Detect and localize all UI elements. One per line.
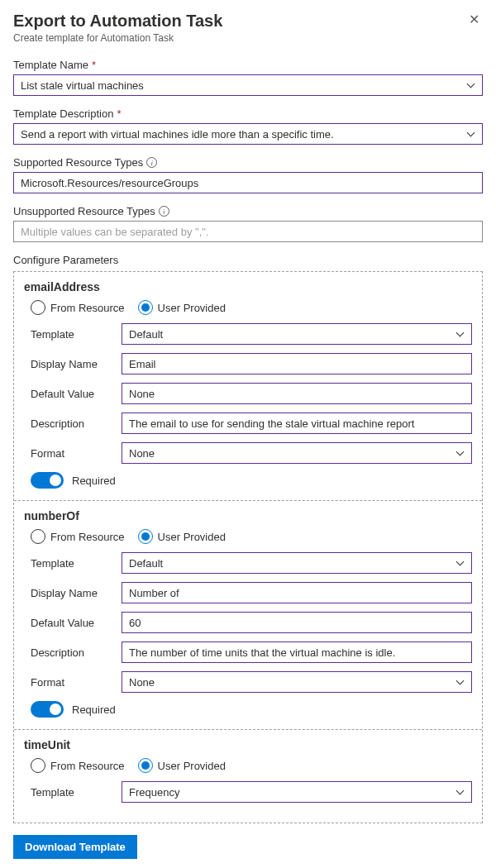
param-template-select[interactable]: Default <box>122 323 472 345</box>
user-provided-radio[interactable]: User Provided <box>138 758 226 773</box>
chevron-down-icon <box>467 81 475 89</box>
unsupported-types-label: Unsupported Resource Types i <box>13 205 483 217</box>
from-resource-radio[interactable]: From Resource <box>31 758 125 773</box>
template-description-label: Template Description* <box>13 107 483 120</box>
param-description-input[interactable]: The number of time units that the virtua… <box>122 641 472 663</box>
download-template-button[interactable]: Download Template <box>13 835 137 859</box>
param-template-select[interactable]: Default <box>122 552 472 574</box>
radio-icon <box>138 529 153 544</box>
param-name: numberOf <box>24 509 472 522</box>
info-icon[interactable]: i <box>159 206 169 217</box>
close-icon[interactable]: ✕ <box>465 12 483 28</box>
user-provided-radio[interactable]: User Provided <box>138 529 226 544</box>
chevron-down-icon <box>456 788 465 796</box>
template-row-label: Template <box>31 557 122 570</box>
required-toggle[interactable] <box>31 472 64 489</box>
from-resource-label: From Resource <box>50 531 125 543</box>
default-value-row-label: Default Value <box>31 388 122 400</box>
dialog-title: Export to Automation Task <box>13 12 222 31</box>
configure-parameters-label: Configure Parameters <box>13 254 483 266</box>
required-toggle[interactable] <box>31 701 64 718</box>
required-label: Required <box>72 703 116 716</box>
user-provided-label: User Provided <box>158 302 226 314</box>
radio-icon <box>138 758 153 773</box>
from-resource-label: From Resource <box>50 760 125 772</box>
required-label: Required <box>72 475 116 487</box>
template-row-label: Template <box>31 328 122 341</box>
param-display-name-input[interactable]: Number of <box>122 582 472 603</box>
chevron-down-icon <box>467 130 475 138</box>
param-description-input[interactable]: The email to use for sending the stale v… <box>122 413 472 434</box>
format-row-label: Format <box>31 447 122 460</box>
from-resource-radio[interactable]: From Resource <box>31 529 125 544</box>
unsupported-types-input[interactable]: Multiple values can be separated by ",". <box>13 221 483 242</box>
info-icon[interactable]: i <box>146 157 157 168</box>
template-name-label: Template Name* <box>13 59 483 71</box>
supported-types-label: Supported Resource Types i <box>13 156 483 169</box>
param-block: numberOf From Resource User Provided Tem… <box>14 501 482 730</box>
param-default-value-input[interactable]: 60 <box>122 612 472 633</box>
param-name: emailAddress <box>24 280 472 293</box>
chevron-down-icon <box>456 559 465 567</box>
param-name: timeUnit <box>24 738 472 751</box>
radio-icon <box>31 300 45 315</box>
default-value-row-label: Default Value <box>31 617 122 629</box>
radio-icon <box>138 300 153 315</box>
description-row-label: Description <box>31 417 122 430</box>
param-template-select[interactable]: Frequency <box>122 781 472 803</box>
param-format-select[interactable]: None <box>122 671 472 693</box>
description-row-label: Description <box>31 646 122 659</box>
template-row-label: Template <box>31 786 122 799</box>
user-provided-label: User Provided <box>158 760 226 772</box>
radio-icon <box>31 529 45 544</box>
user-provided-label: User Provided <box>158 531 226 543</box>
param-display-name-input[interactable]: Email <box>122 353 472 374</box>
from-resource-label: From Resource <box>50 302 125 314</box>
supported-types-input[interactable]: Microsoft.Resources/resourceGroups <box>13 172 483 193</box>
display-name-row-label: Display Name <box>31 358 122 370</box>
format-row-label: Format <box>31 676 122 689</box>
chevron-down-icon <box>456 449 465 457</box>
display-name-row-label: Display Name <box>31 587 122 599</box>
param-block: timeUnit From Resource User Provided Tem… <box>14 730 482 823</box>
param-default-value-input[interactable]: None <box>122 383 472 404</box>
from-resource-radio[interactable]: From Resource <box>31 300 125 315</box>
chevron-down-icon <box>456 678 465 686</box>
dialog-subtitle: Create template for Automation Task <box>13 32 222 44</box>
radio-icon <box>31 758 45 773</box>
chevron-down-icon <box>456 330 465 338</box>
parameters-container: emailAddress From Resource User Provided… <box>13 271 483 823</box>
template-name-select[interactable]: List stale virtual machines <box>13 74 483 96</box>
user-provided-radio[interactable]: User Provided <box>138 300 226 315</box>
param-format-select[interactable]: None <box>122 442 472 464</box>
param-block: emailAddress From Resource User Provided… <box>14 272 482 501</box>
template-description-select[interactable]: Send a report with virtual machines idle… <box>13 123 483 145</box>
